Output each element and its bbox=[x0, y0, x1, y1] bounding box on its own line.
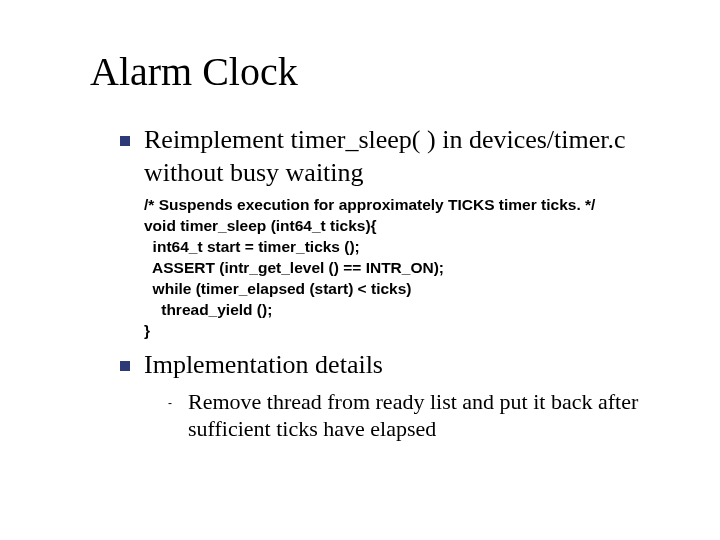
slide-title: Alarm Clock bbox=[90, 50, 670, 94]
code-block: /* Suspends execution for approximately … bbox=[144, 195, 670, 341]
slide: Alarm Clock Reimplement timer_sleep( ) i… bbox=[0, 0, 720, 540]
bullet-text: Reimplement timer_sleep( ) in devices/ti… bbox=[144, 124, 670, 189]
sub-bullet-text: Remove thread from ready list and put it… bbox=[188, 388, 670, 443]
bullet-item-reimplement: Reimplement timer_sleep( ) in devices/ti… bbox=[120, 124, 670, 189]
square-bullet-icon bbox=[120, 361, 130, 371]
bullet-text: Implementation details bbox=[144, 349, 383, 382]
dash-icon: - bbox=[168, 396, 172, 410]
square-bullet-icon bbox=[120, 136, 130, 146]
bullet-item-impl-details: Implementation details bbox=[120, 349, 670, 382]
sub-bullet-remove-thread: - Remove thread from ready list and put … bbox=[168, 388, 670, 443]
